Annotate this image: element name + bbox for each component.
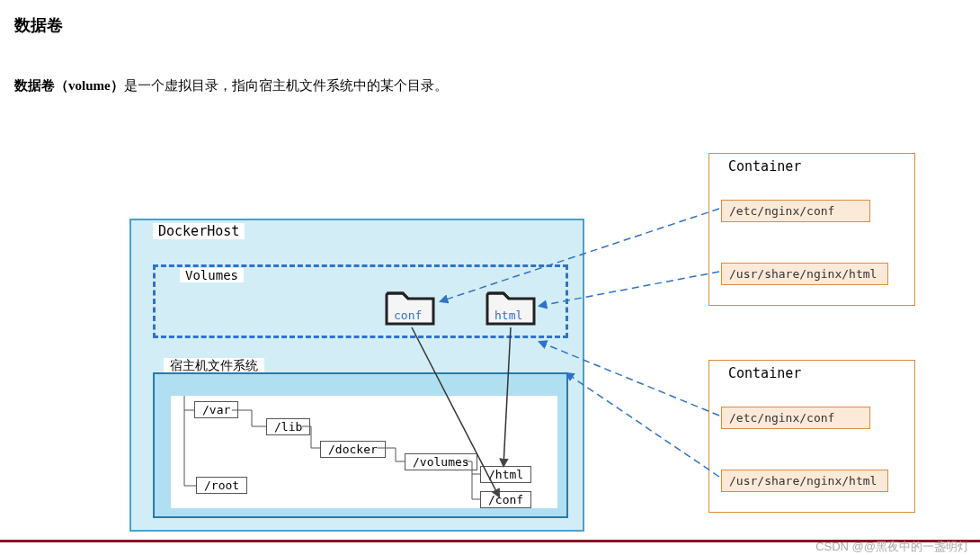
node-conf: /conf	[480, 491, 531, 508]
node-docker: /docker	[320, 441, 386, 458]
host-filesystem-label: 宿主机文件系统	[164, 358, 264, 372]
path-html-1: /usr/share/nginx/html	[721, 263, 888, 285]
path-conf-1: /etc/nginx/conf	[721, 200, 870, 222]
folder-conf-label: conf	[394, 309, 422, 322]
container-label-2: Container	[723, 365, 806, 381]
node-lib: /lib	[266, 418, 310, 435]
path-html-2: /usr/share/nginx/html	[721, 470, 888, 492]
folder-html-icon: html	[484, 284, 538, 327]
node-volumes: /volumes	[405, 453, 477, 470]
container-label-1: Container	[723, 158, 806, 175]
node-root: /root	[196, 477, 247, 494]
page-title: 数据卷	[14, 14, 63, 36]
subtitle-bold: 数据卷（volume）	[14, 78, 124, 93]
subtitle-rest: 是一个虚拟目录，指向宿主机文件系统中的某个目录。	[124, 78, 448, 93]
folder-conf-icon: conf	[383, 284, 437, 327]
watermark: CSDN @@黑夜中的一盏明灯	[815, 539, 969, 555]
folder-html-label: html	[494, 309, 522, 322]
volumes-label: Volumes	[180, 268, 244, 282]
svg-line-3	[566, 373, 719, 477]
dockerhost-label: DockerHost	[153, 223, 245, 239]
path-conf-2: /etc/nginx/conf	[721, 407, 870, 429]
node-var: /var	[194, 401, 238, 418]
page-subtitle: 数据卷（volume）是一个虚拟目录，指向宿主机文件系统中的某个目录。	[14, 77, 448, 94]
node-html: /html	[480, 466, 531, 483]
